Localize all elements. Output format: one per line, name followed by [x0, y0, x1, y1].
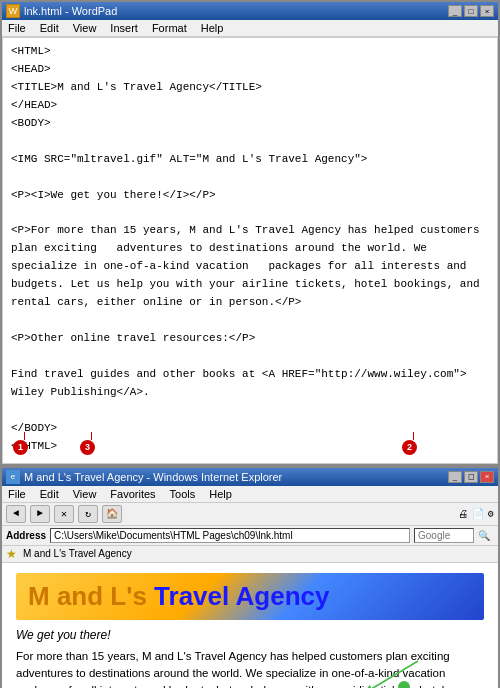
and-text-1: and: [447, 260, 467, 272]
ie-menu-help[interactable]: Help: [207, 487, 234, 501]
forward-button[interactable]: ►: [30, 505, 50, 523]
address-label: Address: [6, 530, 46, 541]
code-line-5: <BODY>: [11, 116, 489, 132]
code-line-13: specialize in one-of-a-kind vacation pac…: [11, 259, 489, 275]
wordpad-titlebar: W lnk.html - WordPad _ □ ×: [2, 2, 498, 20]
ie-menu-favorites[interactable]: Favorites: [108, 487, 157, 501]
code-line-10: [11, 205, 489, 221]
code-line-4: </HEAD>: [11, 98, 489, 114]
ie-menu-file[interactable]: File: [6, 487, 28, 501]
ie-titlebar-left: e M and L's Travel Agency - Windows Inte…: [6, 470, 282, 484]
code-line-17: <P>Other online travel resources:</P>: [11, 331, 489, 347]
header-travel-agency: Travel Agency: [154, 581, 329, 611]
code-line-2: <HEAD>: [11, 62, 489, 78]
code-line-12: plan exciting adventures to destinations…: [11, 241, 489, 257]
header-m-and: M and L's: [28, 581, 147, 611]
titlebar-left: W lnk.html - WordPad: [6, 4, 117, 18]
code-line-11: <P>For more than 15 years, M and L's Tra…: [11, 223, 489, 239]
ie-title: M and L's Travel Agency - Windows Intern…: [24, 471, 282, 483]
page-icon[interactable]: 📄: [472, 508, 484, 520]
back-button[interactable]: ◄: [6, 505, 26, 523]
code-line-14: budgets. Let us help you with your airli…: [11, 277, 489, 293]
ie-minimize-button[interactable]: _: [448, 471, 462, 483]
code-line-3: <TITLE>M and L's Travel Agency</TITLE>: [11, 80, 489, 96]
code-line-21: [11, 403, 489, 419]
search-input[interactable]: [414, 528, 474, 543]
home-button[interactable]: 🏠: [102, 505, 122, 523]
ie-page-title: M and L's Travel Agency: [23, 548, 132, 559]
ie-icon: e: [6, 470, 20, 484]
code-line-6: [11, 134, 489, 150]
ie-favorites-bar: ★ M and L's Travel Agency: [2, 546, 498, 563]
code-line-9: <P><I>We get you there!</I></P>: [11, 188, 489, 204]
wordpad-title: lnk.html - WordPad: [24, 5, 117, 17]
ie-menubar: File Edit View Favorites Tools Help: [2, 486, 498, 503]
stop-button[interactable]: ✕: [54, 505, 74, 523]
ie-titlebar-buttons[interactable]: _ ◻ ×: [448, 471, 494, 483]
code-line-7: <IMG SRC="mltravel.gif" ALT="M and L's T…: [11, 152, 489, 168]
code-line-20: Wiley Publishing</A>.: [11, 385, 489, 401]
ie-addressbar: Address 🔍: [2, 526, 498, 546]
annotation-marker-3: 3: [80, 440, 95, 455]
code-line-8: [11, 170, 489, 186]
menu-file[interactable]: File: [6, 21, 28, 35]
close-button[interactable]: ×: [480, 5, 494, 17]
favorites-star: ★: [6, 547, 17, 561]
menu-view[interactable]: View: [71, 21, 99, 35]
code-line-1: <HTML>: [11, 44, 489, 60]
and-text-2: and: [136, 368, 156, 380]
search-button[interactable]: 🔍: [478, 530, 494, 541]
menu-format[interactable]: Format: [150, 21, 189, 35]
ie-menu-edit[interactable]: Edit: [38, 487, 61, 501]
menu-edit[interactable]: Edit: [38, 21, 61, 35]
italic-line: We get you there!: [16, 628, 484, 642]
code-line-15: rental cars, either online or in person.…: [11, 295, 489, 311]
wordpad-menubar: File Edit View Insert Format Help: [2, 20, 498, 37]
wordpad-icon: W: [6, 4, 20, 18]
annotation-marker-1: 1: [13, 440, 28, 455]
wordpad-window: W lnk.html - WordPad _ □ × File Edit Vie…: [0, 0, 500, 466]
refresh-button[interactable]: ↻: [78, 505, 98, 523]
ie-toolbar-right: 🖨 📄 ⚙: [458, 508, 494, 520]
code-line-16: [11, 313, 489, 329]
print-icon[interactable]: 🖨: [458, 508, 468, 520]
code-line-18: [11, 349, 489, 365]
menu-help[interactable]: Help: [199, 21, 226, 35]
ie-toolbar: ◄ ► ✕ ↻ 🏠 🖨 📄 ⚙: [2, 503, 498, 526]
maximize-button[interactable]: □: [464, 5, 478, 17]
menu-insert[interactable]: Insert: [108, 21, 140, 35]
body-text: For more than 15 years, M and L's Travel…: [16, 648, 484, 688]
ie-menu-tools[interactable]: Tools: [168, 487, 198, 501]
travel-header-bg: M and L's Travel Agency: [16, 573, 484, 620]
ie-titlebar: e M and L's Travel Agency - Windows Inte…: [2, 468, 498, 486]
ie-menu-view[interactable]: View: [71, 487, 99, 501]
travel-header: M and L's Travel Agency: [28, 581, 472, 612]
code-line-19: Find travel guides and other books at <A…: [11, 367, 489, 383]
tools-icon[interactable]: ⚙: [488, 508, 494, 520]
minimize-button[interactable]: _: [448, 5, 462, 17]
address-input[interactable]: [50, 528, 410, 543]
ie-window: e M and L's Travel Agency - Windows Inte…: [0, 466, 500, 688]
ie-close-button[interactable]: ×: [480, 471, 494, 483]
annotation-marker-2: 2: [402, 440, 417, 455]
wordpad-content: <HTML> <HEAD> <TITLE>M and L's Travel Ag…: [2, 37, 498, 464]
ie-content: M and L's Travel Agency We get you there…: [2, 563, 498, 688]
ie-restore-button[interactable]: ◻: [464, 471, 478, 483]
titlebar-buttons[interactable]: _ □ ×: [448, 5, 494, 17]
